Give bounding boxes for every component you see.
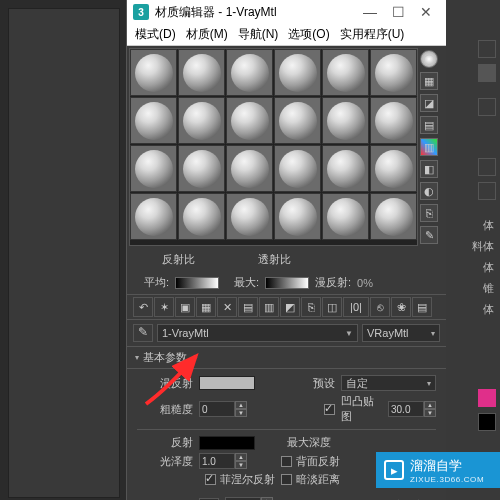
gloss-spinner[interactable]: ▲▼ — [199, 453, 275, 469]
backface-label: 背面反射 — [296, 454, 340, 469]
tool-button[interactable]: ✕ — [217, 297, 237, 317]
rollout-basic-params[interactable]: ▾基本参数 — [127, 346, 446, 369]
pick-material-button[interactable]: ✎ — [133, 324, 153, 342]
tool-button[interactable]: ◫ — [322, 297, 342, 317]
close-button[interactable]: ✕ — [412, 4, 440, 20]
tool-button[interactable]: ⎘ — [301, 297, 321, 317]
sample-slot[interactable] — [274, 97, 321, 144]
dock-icon[interactable] — [478, 40, 496, 58]
preset-dropdown[interactable]: 自定▾ — [341, 375, 436, 391]
sample-slot[interactable] — [178, 97, 225, 144]
material-name-dropdown[interactable]: 1-VrayMtl▼ — [157, 324, 358, 342]
bump-spinner[interactable]: ▲▼ — [388, 401, 436, 417]
sample-slot[interactable] — [226, 49, 273, 96]
sample-slot[interactable] — [322, 49, 369, 96]
preset-label: 预设 — [281, 376, 335, 391]
dock-icon[interactable] — [478, 64, 496, 82]
bump-checkbox[interactable] — [324, 404, 335, 415]
tool-button[interactable]: ▤ — [238, 297, 258, 317]
menu-mode[interactable]: 模式(D) — [135, 26, 176, 43]
fresnel-label: 菲涅尔反射 — [220, 472, 275, 487]
dock-icon[interactable] — [478, 98, 496, 116]
side-icon[interactable]: ◧ — [420, 160, 438, 178]
tool-button[interactable]: ▥ — [259, 297, 279, 317]
reflect-avg-grad — [175, 277, 219, 289]
sample-slot[interactable] — [274, 193, 321, 240]
tool-button[interactable]: ⎋ — [370, 297, 390, 317]
side-icon[interactable]: ◯ — [420, 50, 438, 68]
roughness-spinner[interactable]: ▲▼ — [199, 401, 275, 417]
sample-slot[interactable] — [274, 145, 321, 192]
sample-slot[interactable] — [370, 49, 417, 96]
right-dock: 体 料体 体 锥 体 — [448, 40, 500, 431]
menubar: 模式(D) 材质(M) 导航(N) 选项(O) 实用程序(U) — [127, 24, 446, 46]
reflect-label: 反射 — [137, 435, 193, 450]
dock-icon[interactable] — [478, 182, 496, 200]
side-icon[interactable]: ◪ — [420, 94, 438, 112]
reflect-max-grad — [265, 277, 309, 289]
tool-button[interactable]: ▤ — [412, 297, 432, 317]
dock-color-swatch[interactable] — [478, 413, 496, 431]
material-type-dropdown[interactable]: VRayMtl▾ — [362, 324, 440, 342]
menu-navigate[interactable]: 导航(N) — [238, 26, 279, 43]
tool-button[interactable]: |0| — [343, 297, 369, 317]
menu-material[interactable]: 材质(M) — [186, 26, 228, 43]
sample-slot[interactable] — [370, 97, 417, 144]
play-icon: ▸ — [384, 460, 404, 480]
reflectance-readout2: 平均: 最大: 漫反射: 0% — [127, 271, 446, 294]
tool-button[interactable]: ◩ — [280, 297, 300, 317]
gloss-input[interactable] — [199, 453, 235, 469]
side-icon[interactable]: ✎ — [420, 226, 438, 244]
dock-color-swatch[interactable] — [478, 389, 496, 407]
tool-button[interactable]: ✶ — [154, 297, 174, 317]
tool-button[interactable]: ❀ — [391, 297, 411, 317]
watermark-brand: 溜溜自学 — [410, 457, 484, 475]
sample-slot[interactable] — [226, 193, 273, 240]
maxdepth-label: 最大深度 — [281, 435, 436, 450]
titlebar: 3 材质编辑器 - 1-VrayMtl — ☐ ✕ — [127, 0, 446, 24]
sample-slot[interactable] — [370, 145, 417, 192]
fresnel-checkbox[interactable] — [205, 474, 216, 485]
roughness-input[interactable] — [199, 401, 235, 417]
sample-slot[interactable] — [322, 145, 369, 192]
bump-input[interactable] — [388, 401, 424, 417]
side-icon[interactable]: ◐ — [420, 182, 438, 200]
sample-slot[interactable] — [178, 49, 225, 96]
watermark: ▸ 溜溜自学 ZIXUE.3D66.COM — [376, 452, 500, 488]
menu-options[interactable]: 选项(O) — [288, 26, 329, 43]
right-label: 体 — [483, 302, 496, 317]
tool-button[interactable]: ▣ — [175, 297, 195, 317]
side-icon[interactable]: ▥ — [420, 138, 438, 156]
reflect-swatch[interactable] — [199, 436, 255, 450]
watermark-url: ZIXUE.3D66.COM — [410, 475, 484, 484]
sample-slot[interactable] — [130, 145, 177, 192]
side-icon[interactable]: ▤ — [420, 116, 438, 134]
tool-button[interactable]: ▦ — [196, 297, 216, 317]
sample-slot[interactable] — [370, 193, 417, 240]
minimize-button[interactable]: — — [356, 4, 384, 20]
diffuse-swatch[interactable] — [199, 376, 255, 390]
maximize-button[interactable]: ☐ — [384, 4, 412, 20]
tool-button[interactable]: ↶ — [133, 297, 153, 317]
side-icon[interactable]: ⎘ — [420, 204, 438, 222]
side-icon[interactable]: ▦ — [420, 72, 438, 90]
dimdist-checkbox[interactable] — [281, 474, 292, 485]
right-label: 体 — [483, 260, 496, 275]
sample-slot[interactable] — [130, 49, 177, 96]
sample-slot-grid — [129, 48, 418, 246]
sample-slot[interactable] — [130, 97, 177, 144]
sample-slot[interactable] — [178, 145, 225, 192]
sample-slot[interactable] — [322, 193, 369, 240]
menu-utilities[interactable]: 实用程序(U) — [340, 26, 405, 43]
sample-slot[interactable] — [322, 97, 369, 144]
material-toolbar: ↶ ✶ ▣ ▦ ✕ ▤ ▥ ◩ ⎘ ◫ |0| ⎋ ❀ ▤ — [127, 294, 446, 320]
roughness-label: 粗糙度 — [137, 402, 193, 417]
backface-checkbox[interactable] — [281, 456, 292, 467]
sample-slot[interactable] — [226, 97, 273, 144]
fresnel-ior-row: 菲涅尔 IOR L ▲▼ 暗淡衰减 — [127, 493, 446, 500]
sample-slot[interactable] — [274, 49, 321, 96]
sample-slot[interactable] — [130, 193, 177, 240]
sample-slot[interactable] — [178, 193, 225, 240]
sample-slot[interactable] — [226, 145, 273, 192]
dock-icon[interactable] — [478, 158, 496, 176]
